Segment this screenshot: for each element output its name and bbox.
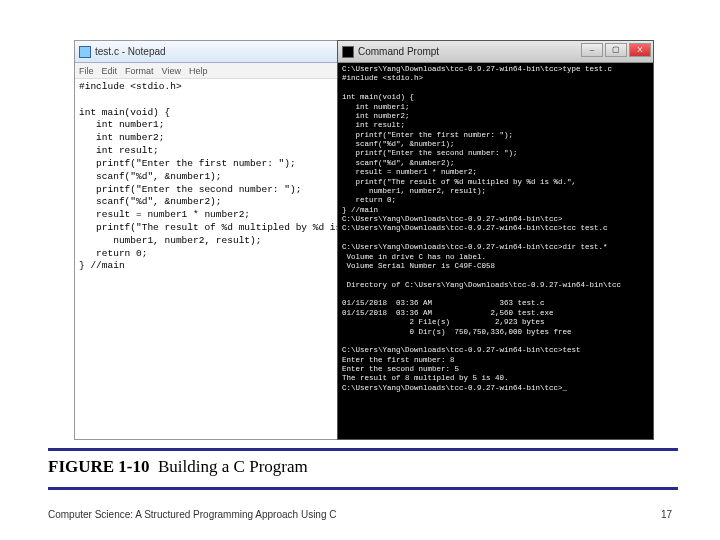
menu-file[interactable]: File: [79, 66, 94, 76]
notepad-title-text: test.c - Notepad: [95, 46, 166, 57]
footer-book-title: Computer Science: A Structured Programmi…: [48, 509, 336, 520]
menu-edit[interactable]: Edit: [102, 66, 118, 76]
close-button[interactable]: X: [629, 43, 651, 57]
figure-label: FIGURE 1-10: [48, 457, 150, 476]
menu-format[interactable]: Format: [125, 66, 154, 76]
menu-help[interactable]: Help: [189, 66, 208, 76]
notepad-menubar: File Edit Format View Help: [75, 63, 338, 79]
slide: test.c - Notepad File Edit Format View H…: [0, 0, 720, 540]
cmd-title-text: Command Prompt: [358, 46, 439, 57]
screenshot-area: test.c - Notepad File Edit Format View H…: [74, 40, 654, 440]
footer-page-number: 17: [661, 509, 672, 520]
maximize-button[interactable]: ▢: [605, 43, 627, 57]
figure-title: Building a C Program: [158, 457, 308, 476]
notepad-titlebar[interactable]: test.c - Notepad: [75, 41, 338, 63]
minimize-button[interactable]: –: [581, 43, 603, 57]
cmd-icon: [342, 46, 354, 58]
figure-caption: FIGURE 1-10 Building a C Program: [48, 457, 678, 477]
notepad-icon: [79, 46, 91, 58]
notepad-window: test.c - Notepad File Edit Format View H…: [74, 40, 339, 440]
divider-top: [48, 448, 678, 451]
cmd-titlebar[interactable]: Command Prompt – ▢ X: [338, 41, 653, 63]
cmd-console[interactable]: C:\Users\Yang\Downloads\tcc-0.9.27-win64…: [338, 63, 653, 439]
slide-footer: Computer Science: A Structured Programmi…: [48, 509, 672, 520]
divider-bottom: [48, 487, 678, 490]
cmd-window: Command Prompt – ▢ X C:\Users\Yang\Downl…: [337, 40, 654, 440]
notepad-editor[interactable]: #include <stdio.h> int main(void) { int …: [75, 79, 338, 439]
menu-view[interactable]: View: [162, 66, 181, 76]
window-buttons: – ▢ X: [581, 43, 651, 57]
figure-caption-block: FIGURE 1-10 Building a C Program: [48, 448, 678, 490]
